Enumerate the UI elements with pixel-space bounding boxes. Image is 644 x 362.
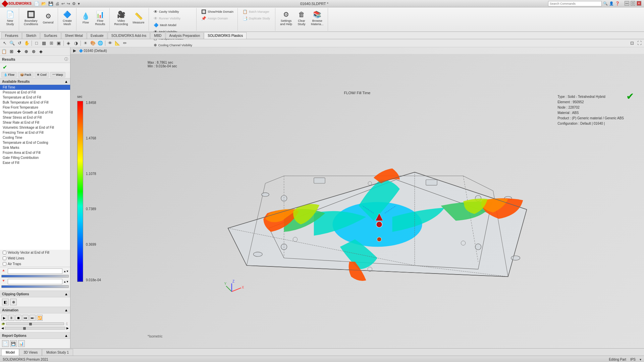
tab-model[interactable]: Model: [1, 349, 19, 356]
close-button[interactable]: ✕: [637, 1, 641, 6]
section-view-icon[interactable]: ◑: [72, 40, 79, 47]
show-hide-domain-button[interactable]: 🔲 Show/Hide Domain: [199, 9, 235, 15]
view-back-icon[interactable]: ▩: [41, 40, 47, 47]
tab-solidworks-plastics[interactable]: SOLIDWORKS Plastics: [204, 32, 247, 39]
redo-icon[interactable]: ↪: [66, 1, 71, 6]
range-top-spin[interactable]: ▲▼: [63, 270, 69, 273]
options-icon[interactable]: ⚙: [71, 1, 76, 6]
rotate-icon[interactable]: ↺: [16, 40, 23, 47]
view-top-icon[interactable]: ⊞: [48, 40, 55, 47]
video-recording-button[interactable]: 🎥 Video Recording: [112, 9, 130, 27]
anim-speed-slider[interactable]: [6, 322, 64, 325]
result-item-fill-time[interactable]: Fill Time: [0, 85, 70, 90]
weld-lines-item[interactable]: Weld Lines: [0, 255, 70, 261]
result-item-temperature-end-fill[interactable]: Temperature at End of Fill: [0, 95, 70, 100]
tab-solidworks-addins[interactable]: SOLIDWORKS Add-Ins: [108, 32, 150, 39]
view-right-icon[interactable]: ▣: [55, 40, 62, 47]
boundary-conditions-button[interactable]: 🔲 Boundary Conditions: [22, 9, 40, 27]
result-item-freezing-time-end-fill[interactable]: Freezing Time at End of Fill: [0, 130, 70, 135]
panel-toggle-icon[interactable]: ⊡: [629, 40, 635, 47]
display-mode-icon[interactable]: ◈: [65, 40, 72, 47]
result-item-frozen-area-end-fill[interactable]: Frozen Area at End of Fill: [0, 150, 70, 155]
panel-icon-3[interactable]: ✚: [15, 48, 22, 55]
clear-study-button[interactable]: 🗑 Clear Study: [295, 9, 308, 27]
weld-checkbox[interactable]: [3, 256, 6, 260]
panel-icon-2[interactable]: ⊞: [8, 48, 15, 55]
clip-btn-1[interactable]: ◧: [2, 299, 9, 305]
animation-header[interactable]: Animation ▲: [0, 307, 70, 313]
anim-pos-slider[interactable]: [5, 327, 65, 329]
result-item-sink-marks[interactable]: Sink Marks: [0, 145, 70, 150]
report-btn-3[interactable]: 📊: [18, 340, 25, 347]
pack-tab[interactable]: 📦 Pack: [18, 72, 34, 77]
search-input[interactable]: [548, 1, 602, 6]
tab-surfaces[interactable]: Surfaces: [40, 32, 61, 39]
flow-results-button[interactable]: 📊 Flow Results: [93, 9, 107, 27]
range-top-input[interactable]: 8.7861: [8, 268, 62, 274]
flow-button[interactable]: 💧 Flow: [79, 9, 93, 27]
scene-icon[interactable]: 🌐: [97, 40, 104, 47]
help-icon[interactable]: ❓: [615, 1, 620, 6]
warp-tab[interactable]: 〰 Warp: [50, 72, 65, 77]
units-dropdown[interactable]: ▾: [640, 358, 641, 361]
tab-3d-views[interactable]: 3D Views: [19, 349, 42, 356]
duplicate-study-button[interactable]: 📑 Duplicate Study: [240, 15, 272, 21]
result-item-volumetric-shrinkage-end-fill[interactable]: Volumetric Shrinkage at End of Fill: [0, 125, 70, 130]
settings-button[interactable]: ⚙ Settings and Help: [278, 9, 294, 27]
open-file-icon[interactable]: 📂: [41, 1, 47, 6]
anim-pause-button[interactable]: ⏸: [8, 315, 14, 321]
tab-motion-study-1[interactable]: Motion Study 1: [42, 349, 73, 356]
annotation-icon[interactable]: ✏: [121, 40, 128, 47]
fullscreen-icon[interactable]: ⛶: [636, 40, 643, 47]
anim-prev-button[interactable]: ⏮: [22, 315, 29, 321]
view-front-icon[interactable]: □: [33, 40, 40, 47]
velocity-vector-item[interactable]: Velocity Vector at End of Fill: [0, 250, 70, 255]
hide-all-icon[interactable]: 👁: [107, 40, 113, 47]
result-item-gate-filling-contribution[interactable]: Gate Filling Contribution: [0, 155, 70, 160]
tab-analysis-preparation[interactable]: Analysis Preparation: [166, 32, 204, 39]
undo-icon[interactable]: ↩: [61, 1, 65, 6]
new-study-button[interactable]: 📄 New Study: [3, 9, 17, 27]
result-item-shear-stress-end-fill[interactable]: Shear Stress at End of Fill: [0, 115, 70, 120]
range-bottom-slider[interactable]: [1, 285, 69, 288]
tab-sheet-metal[interactable]: Sheet Metal: [61, 32, 87, 39]
velocity-checkbox[interactable]: [3, 251, 6, 254]
result-item-ease-of-fill[interactable]: Ease of Fill: [0, 160, 70, 165]
batch-manager-button[interactable]: 📋 Batch Manager: [240, 9, 272, 15]
panel-icon-4[interactable]: ⊕: [23, 48, 30, 55]
available-results-header[interactable]: Available Results ▲: [0, 78, 70, 85]
general-button[interactable]: ⚙ General: [41, 9, 56, 27]
anim-stop-button[interactable]: ⏹: [15, 315, 21, 321]
anim-loop-button[interactable]: 🔁: [37, 315, 43, 321]
measure-button[interactable]: 📏 Measure: [131, 9, 147, 27]
report-btn-2[interactable]: 💾: [10, 340, 17, 347]
cool-tab[interactable]: ❄ Cool: [35, 72, 49, 77]
create-mesh-button[interactable]: 🔷 Create Mesh: [61, 9, 74, 27]
panel-icon-6[interactable]: ◈: [38, 48, 44, 55]
result-item-temperature-end-cooling[interactable]: Temperature at End of Cooling: [0, 140, 70, 145]
results-check-icon[interactable]: ✔: [0, 63, 70, 71]
range-top-slider[interactable]: [1, 275, 69, 278]
range-bottom-spin[interactable]: ▲▼: [63, 280, 69, 283]
dimension-icon[interactable]: 📐: [114, 40, 121, 47]
result-item-bulk-temperature-end-fill[interactable]: Bulk Temperature at End of Fill: [0, 100, 70, 105]
result-item-flow-front-temperature[interactable]: Flow Front Temperature: [0, 105, 70, 110]
vp-arrow-icon[interactable]: ▶: [73, 48, 76, 53]
anim-play-button[interactable]: ▶: [1, 315, 7, 321]
result-item-temperature-growth-end-fill[interactable]: Temperature Growth at End of Fill: [0, 110, 70, 115]
air-checkbox[interactable]: [3, 262, 6, 266]
tab-features[interactable]: Features: [1, 32, 22, 39]
clip-btn-2[interactable]: ⊕: [10, 299, 17, 305]
dropdown-icon[interactable]: ▾: [77, 1, 80, 6]
save-file-icon[interactable]: 💾: [48, 1, 54, 6]
assign-domain-button[interactable]: 📌 Assign Domain: [199, 15, 235, 21]
zoom-icon[interactable]: 🔍: [9, 40, 15, 47]
flow-tab[interactable]: 💧 Flow: [1, 72, 17, 77]
tab-mbd[interactable]: MBD: [150, 32, 165, 39]
runner-visibility-button[interactable]: 👁 Runner Visibility: [152, 15, 194, 21]
tab-evaluate[interactable]: Evaluate: [87, 32, 107, 39]
lighting-icon[interactable]: ☀: [82, 40, 89, 47]
range-bottom-input[interactable]: 0.00090182: [8, 279, 62, 284]
result-item-pressure-end-fill[interactable]: Pressure at End of Fill: [0, 90, 70, 95]
browse-materials-button[interactable]: 📚 Browse Materia...: [309, 9, 326, 27]
